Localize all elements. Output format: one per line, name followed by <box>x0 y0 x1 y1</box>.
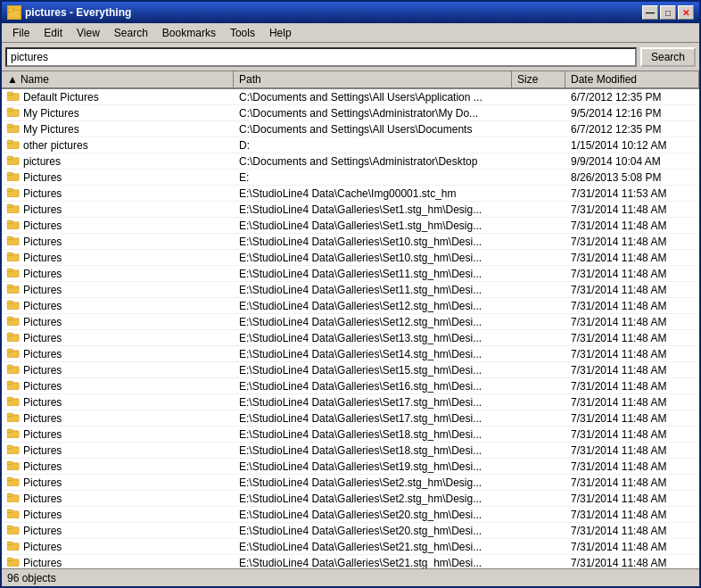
cell-name: Pictures <box>2 491 234 506</box>
menu-item-bookmarks[interactable]: Bookmarks <box>155 25 223 41</box>
table-row[interactable]: PicturesE:\StudioLine4 Data\Galleries\Se… <box>2 202 699 218</box>
table-row[interactable]: PicturesE:\StudioLine4 Data\Galleries\Se… <box>2 314 699 330</box>
col-header-path[interactable]: Path <box>234 71 512 89</box>
col-header-date[interactable]: Date Modified <box>565 71 699 89</box>
cell-path: E:\StudioLine4 Data\Galleries\Set13.stg_… <box>234 330 512 345</box>
cell-date: 7/31/2014 11:48 AM <box>565 410 699 426</box>
menu-item-edit[interactable]: Edit <box>37 25 70 41</box>
menu-item-tools[interactable]: Tools <box>223 25 262 41</box>
folder-icon <box>7 476 20 489</box>
cell-date: 7/31/2014 11:48 AM <box>565 475 699 490</box>
table-row[interactable]: PicturesE:\StudioLine4 Data\Galleries\Se… <box>2 266 699 282</box>
cell-path: E:\StudioLine4 Data\Galleries\Set12.stg_… <box>234 298 512 313</box>
cell-size <box>512 378 565 393</box>
svg-rect-29 <box>7 301 12 304</box>
cell-date: 7/31/2014 11:48 AM <box>565 539 699 554</box>
cell-date: 7/31/2014 11:48 AM <box>565 443 699 458</box>
svg-rect-39 <box>7 381 12 385</box>
cell-path: C:\Documents and Settings\All Users\Appl… <box>234 89 512 104</box>
menu-item-help[interactable]: Help <box>262 25 299 41</box>
table-row[interactable]: PicturesE:\StudioLine4 Data\Galleries\Se… <box>2 443 699 459</box>
table-row[interactable]: PicturesE:\StudioLine4 Data\Galleries\Se… <box>2 539 699 555</box>
cell-size <box>512 298 565 313</box>
cell-path: E:\StudioLine4 Data\Galleries\Set11.stg_… <box>234 282 512 297</box>
table-row[interactable]: PicturesE:\StudioLine4 Data\Galleries\Se… <box>2 346 699 362</box>
app-icon <box>7 5 21 20</box>
cell-date: 6/7/2012 12:35 PM <box>565 121 699 137</box>
table-row[interactable]: PicturesE:\StudioLine4 Data\Galleries\Se… <box>2 378 699 394</box>
cell-name: Pictures <box>2 202 234 217</box>
table-row[interactable]: PicturesE:\StudioLine4 Data\Galleries\Se… <box>2 282 699 298</box>
svg-rect-11 <box>7 156 12 160</box>
cell-size <box>512 330 565 345</box>
table-row[interactable]: PicturesE:\StudioLine4 Data\Galleries\Se… <box>2 427 699 443</box>
cell-name: Default Pictures <box>2 89 234 104</box>
table-row[interactable]: My PicturesC:\Documents and Settings\All… <box>2 121 699 137</box>
folder-icon <box>7 186 20 200</box>
table-row[interactable]: Default PicturesC:\Documents and Setting… <box>2 89 699 105</box>
svg-rect-33 <box>7 333 12 336</box>
cell-name: pictures <box>2 153 234 169</box>
cell-path: E:\StudioLine4 Data\Galleries\Set1.stg_h… <box>234 202 512 217</box>
table-row[interactable]: PicturesE:\StudioLine4 Data\Galleries\Se… <box>2 218 699 234</box>
folder-icon <box>7 492 20 505</box>
folder-icon <box>7 347 20 360</box>
svg-rect-13 <box>7 172 12 176</box>
svg-rect-59 <box>7 542 12 545</box>
minimize-button[interactable]: — <box>642 5 658 20</box>
menu-item-view[interactable]: View <box>70 25 107 41</box>
svg-rect-51 <box>7 477 12 481</box>
cell-name: Pictures <box>2 298 234 313</box>
cell-date: 7/31/2014 11:48 AM <box>565 555 699 568</box>
title-buttons: — □ ✕ <box>642 5 694 20</box>
cell-date: 7/31/2014 11:48 AM <box>565 250 699 265</box>
table-row[interactable]: PicturesE:\StudioLine4 Data\Galleries\Se… <box>2 250 699 266</box>
table-row[interactable]: PicturesE:\StudioLine4 Data\Galleries\Se… <box>2 234 699 250</box>
cell-name: My Pictures <box>2 105 234 120</box>
menu-item-file[interactable]: File <box>5 25 37 41</box>
maximize-button[interactable]: □ <box>660 5 676 20</box>
table-row[interactable]: PicturesE:\StudioLine4 Data\Galleries\Se… <box>2 394 699 410</box>
cell-path: E:\StudioLine4 Data\Galleries\Set21.stg_… <box>234 539 512 554</box>
table-row[interactable]: PicturesE:\StudioLine4 Data\Galleries\Se… <box>2 523 699 539</box>
cell-name: Pictures <box>2 170 234 185</box>
table-row[interactable]: PicturesE:\StudioLine4 Data\Galleries\Se… <box>2 555 699 568</box>
cell-name: Pictures <box>2 475 234 490</box>
cell-date: 9/9/2014 10:04 AM <box>565 153 699 169</box>
cell-name: Pictures <box>2 427 234 442</box>
search-button[interactable]: Search <box>640 47 696 67</box>
folder-icon <box>7 363 20 377</box>
table-row[interactable]: other picturesD:1/15/2014 10:12 AM <box>2 137 699 153</box>
cell-name: Pictures <box>2 314 234 329</box>
folder-icon <box>7 331 20 344</box>
col-header-name[interactable]: ▲Name <box>2 71 234 89</box>
cell-name: Pictures <box>2 186 234 201</box>
menu-item-search[interactable]: Search <box>107 25 155 41</box>
table-row[interactable]: PicturesE:\StudioLine4 Data\Galleries\Se… <box>2 330 699 346</box>
col-header-size[interactable]: Size <box>512 71 565 89</box>
cell-path: E:\StudioLine4 Data\Galleries\Set10.stg_… <box>234 250 512 265</box>
table-row[interactable]: PicturesE:\StudioLine4 Data\Galleries\Se… <box>2 410 699 427</box>
table-row[interactable]: PicturesE:\StudioLine4 Data\Galleries\Se… <box>2 459 699 475</box>
folder-icon <box>7 556 20 568</box>
cell-name: Pictures <box>2 282 234 297</box>
folder-icon <box>7 427 20 441</box>
content-area[interactable]: Default PicturesC:\Documents and Setting… <box>2 89 699 568</box>
table-row[interactable]: PicturesE:\StudioLine4 Data\Galleries\Se… <box>2 491 699 507</box>
table-row[interactable]: PicturesE:\StudioLine4 Data\Galleries\Se… <box>2 362 699 378</box>
folder-icon <box>7 267 20 280</box>
cell-date: 7/31/2014 11:48 AM <box>565 266 699 281</box>
table-row[interactable]: PicturesE:\StudioLine4 Data\Galleries\Se… <box>2 298 699 314</box>
folder-icon <box>7 251 20 264</box>
table-row[interactable]: picturesC:\Documents and Settings\Admini… <box>2 153 699 170</box>
svg-rect-43 <box>7 413 12 417</box>
table-row[interactable]: PicturesE:8/26/2013 5:08 PM <box>2 170 699 186</box>
table-row[interactable]: PicturesE:\StudioLine4 Data\Galleries\Se… <box>2 507 699 523</box>
search-input[interactable] <box>5 47 637 67</box>
svg-rect-17 <box>7 204 12 208</box>
svg-rect-3 <box>7 92 12 95</box>
table-row[interactable]: PicturesE:\StudioLine4 Data\Cache\Img000… <box>2 186 699 202</box>
table-row[interactable]: My PicturesC:\Documents and Settings\Adm… <box>2 105 699 121</box>
table-row[interactable]: PicturesE:\StudioLine4 Data\Galleries\Se… <box>2 475 699 491</box>
close-button[interactable]: ✕ <box>678 5 694 20</box>
